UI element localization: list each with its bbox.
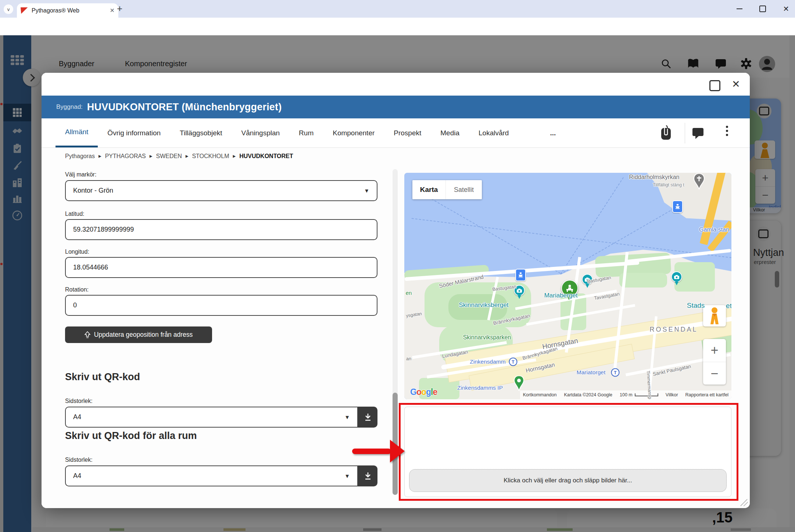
map-label: Skinnarviksparken xyxy=(463,334,511,341)
ferry-icon[interactable] xyxy=(672,200,683,213)
browser-toolbar: ← → ↻ G a ☆ ⋮ xyxy=(0,18,795,35)
tab-ovrig-information[interactable]: Övrig information xyxy=(98,118,170,147)
map-label: Zinkensdamm xyxy=(470,358,505,365)
breadcrumb-separator-icon: ▶ xyxy=(99,154,101,158)
google-logo[interactable]: Google xyxy=(410,387,437,397)
terms-link[interactable]: Villkor xyxy=(666,392,678,397)
pegman-control[interactable] xyxy=(703,305,726,326)
page-size-all-select[interactable]: A4 ▼ xyxy=(65,465,358,486)
park-pin-icon[interactable] xyxy=(514,376,524,391)
breadcrumb-city[interactable]: STOCKHOLM xyxy=(192,153,229,159)
keyboard-shortcuts-link[interactable]: Kortkommandon xyxy=(523,392,557,397)
map-type-satellit-button[interactable]: Satellit xyxy=(445,180,482,199)
breadcrumb: Pythagoras▶PYTHAGORAS▶SWEDEN▶STOCKHOLM▶H… xyxy=(65,153,293,160)
tab-lokalvard[interactable]: Lokalvård xyxy=(469,118,518,147)
tab-title: Pythagoras® Web xyxy=(32,7,110,14)
divider xyxy=(685,123,685,143)
pegman-icon xyxy=(708,307,721,325)
dialog-maximize-icon[interactable] xyxy=(709,80,720,91)
chevron-down-icon: ▼ xyxy=(364,188,369,194)
page-size-value: A4 xyxy=(73,413,81,421)
browser-tab[interactable]: Pythagoras® Web ✕ xyxy=(17,3,118,18)
page-size-select[interactable]: A4 ▼ xyxy=(65,407,358,428)
breadcrumb-separator-icon: ▶ xyxy=(186,154,189,158)
download-icon xyxy=(364,413,372,421)
qr-download-button[interactable] xyxy=(358,407,377,428)
tab-komponenter[interactable]: Komponenter xyxy=(323,118,384,147)
browser-tab-strip: v Pythagoras® Web ✕ + ✕ xyxy=(0,0,795,18)
map-type-karta-button[interactable]: Karta xyxy=(412,180,445,199)
map-label: an xyxy=(406,356,411,361)
breadcrumb-root[interactable]: Pythagoras xyxy=(65,153,95,159)
qr-print-title: Skriv ut QR-kod xyxy=(65,371,140,383)
latitude-input[interactable] xyxy=(65,219,377,240)
map-label: Mariaberget xyxy=(544,292,578,299)
longitude-label: Longitud: xyxy=(65,249,89,255)
tab-media[interactable]: Media xyxy=(431,118,469,147)
marker-value: Kontor - Grön xyxy=(73,187,113,194)
breadcrumb-country[interactable]: SWEDEN xyxy=(156,153,182,159)
metro-icon[interactable]: T xyxy=(611,368,620,377)
longitude-input[interactable] xyxy=(65,257,377,278)
download-icon xyxy=(364,472,372,480)
map-label: Stads xyxy=(687,301,705,310)
map-shape-park xyxy=(619,273,667,288)
building-title: HUVUDKONTORET (Münchenbryggeriet) xyxy=(87,101,282,113)
tab-close-icon[interactable]: ✕ xyxy=(110,7,115,14)
breadcrumb-separator-icon: ▶ xyxy=(150,154,153,158)
rotation-label: Rotation: xyxy=(65,286,89,293)
tabs-overflow-button[interactable]: ... xyxy=(540,118,565,147)
tab-search-button[interactable]: v xyxy=(4,4,13,14)
map-label: Tillfälligt stäng t xyxy=(653,182,684,188)
breadcrumb-separator-icon: ▶ xyxy=(233,154,236,158)
report-map-error-link[interactable]: Rapportera ett kartfel xyxy=(685,392,728,397)
chevron-down-icon: ▼ xyxy=(344,414,350,420)
new-tab-button[interactable]: + xyxy=(117,4,122,13)
window-minimize-button[interactable] xyxy=(737,8,742,9)
metro-icon[interactable]: T xyxy=(509,358,518,366)
comments-icon[interactable] xyxy=(692,127,704,140)
latitude-label: Latitud: xyxy=(65,211,84,217)
zoom-in-button[interactable]: + xyxy=(703,339,726,362)
marker-label: Välj markör: xyxy=(65,171,96,178)
ferry-route xyxy=(412,218,731,258)
zoom-out-button[interactable]: − xyxy=(703,362,726,385)
annotation-arrow-head xyxy=(390,440,405,463)
map[interactable]: T T Karta Satellit + − Google Kortkomman… xyxy=(404,173,731,399)
map-label: Riddarholmskyrkan xyxy=(629,174,680,181)
dialog-close-icon[interactable]: ✕ xyxy=(732,78,740,90)
pythagoras-favicon xyxy=(21,7,28,14)
tab-rum[interactable]: Rum xyxy=(289,118,323,147)
map-label: ROSENDAL xyxy=(649,326,698,333)
tab-prospekt[interactable]: Prospekt xyxy=(384,118,431,147)
tab-tillaggsobjekt[interactable]: Tilläggsobjekt xyxy=(170,118,232,147)
ferry-route xyxy=(415,189,561,274)
page-size-value: A4 xyxy=(73,472,81,480)
tab-allmant[interactable]: Allmänt xyxy=(55,118,98,147)
window-close-button[interactable]: ✕ xyxy=(783,4,789,13)
annotation-rectangle xyxy=(399,403,738,501)
window-maximize-button[interactable] xyxy=(759,6,766,12)
upload-arrow-icon xyxy=(85,331,90,339)
qr-print-all-title: Skriv ut QR-kod för alla rum xyxy=(65,430,197,442)
map-label: Zinkensdamms IP xyxy=(457,385,503,391)
map-label: Mariatorget xyxy=(577,369,605,376)
attachments-icon[interactable] xyxy=(660,125,674,141)
map-zoom-control: + − xyxy=(703,339,726,385)
scale-bar xyxy=(635,393,658,396)
marker-select[interactable]: Kontor - Grön ▼ xyxy=(65,180,377,201)
map-type-control: Karta Satellit xyxy=(412,180,482,199)
update-geoposition-label: Uppdatera geoposition från adress xyxy=(94,331,193,339)
map-label: et xyxy=(726,302,731,310)
church-pin-icon[interactable] xyxy=(694,174,705,190)
tab-vaningsplan[interactable]: Våningsplan xyxy=(232,118,290,147)
map-attribution: Kortkommandon Kartdata ©2024 Google 100 … xyxy=(520,390,731,399)
update-geoposition-button[interactable]: Uppdatera geoposition från adress xyxy=(65,326,212,343)
breadcrumb-org[interactable]: PYTHAGORAS xyxy=(105,153,146,159)
qr-all-download-button[interactable] xyxy=(358,465,377,486)
dialog-header: Byggnad: HUVUDKONTORET (Münchenbryggerie… xyxy=(42,96,750,118)
dialog-kebab-menu[interactable] xyxy=(726,126,728,136)
rotation-input[interactable] xyxy=(65,295,377,316)
ferry-icon[interactable] xyxy=(515,269,526,281)
chevron-down-icon: ▼ xyxy=(344,473,350,479)
